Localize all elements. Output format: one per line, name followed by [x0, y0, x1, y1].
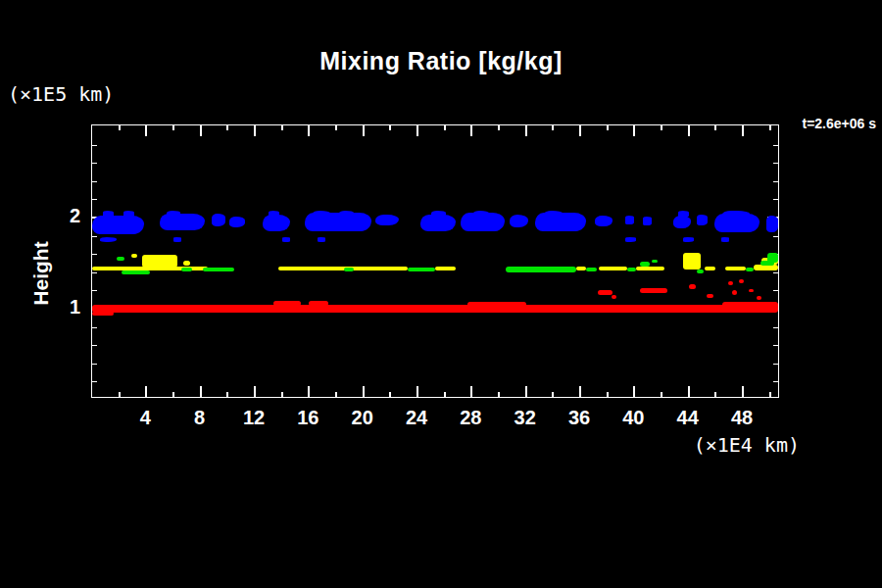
axis-tick	[281, 392, 283, 397]
mid-layer-yellow-blob	[435, 267, 456, 271]
time-annotation: t=2.6e+06 s	[802, 116, 876, 131]
upper-cloud-layer-blob	[123, 211, 134, 218]
upper-cloud-layer-blob	[212, 214, 225, 226]
axis-tick	[92, 181, 97, 182]
axis-tick	[363, 125, 365, 136]
axis-tick	[633, 125, 635, 136]
axis-tick	[773, 327, 778, 328]
lower-layer-red-blob	[92, 305, 778, 313]
axis-tick	[688, 125, 690, 136]
axis-tick	[579, 125, 581, 136]
lower-layer-red-blob	[739, 279, 745, 284]
axis-tick	[92, 290, 97, 291]
mid-layer-green-blob	[697, 270, 704, 274]
axis-tick	[773, 272, 778, 273]
x-tick-label: 12	[232, 407, 275, 429]
mid-layer-yellow-blob	[183, 261, 190, 266]
mid-layer-yellow-blob	[754, 265, 778, 270]
axis-tick	[308, 386, 310, 397]
upper-cloud-layer-blob	[473, 211, 490, 218]
axis-tick	[773, 181, 778, 182]
mid-layer-green-blob	[203, 268, 234, 272]
lower-layer-red-blob	[757, 296, 762, 300]
x-tick-label: 28	[449, 407, 492, 429]
upper-cloud-layer-blob	[318, 237, 325, 242]
upper-cloud-layer-blob	[92, 216, 144, 234]
axis-tick	[607, 392, 609, 397]
axis-tick	[119, 125, 121, 130]
mid-layer-yellow-blob	[725, 267, 746, 271]
axis-tick	[470, 386, 472, 397]
axis-tick	[92, 236, 97, 237]
axis-tick	[254, 386, 256, 397]
axis-tick	[661, 125, 662, 130]
axis-tick	[389, 125, 391, 130]
mid-layer-green-blob	[122, 270, 150, 274]
upper-cloud-layer-blob	[339, 211, 354, 218]
upper-cloud-layer-blob	[722, 211, 750, 218]
axis-tick	[444, 392, 446, 397]
x-tick-label: 24	[395, 407, 438, 429]
axis-tick	[200, 125, 202, 136]
mid-layer-yellow-blob	[599, 267, 627, 271]
mid-layer-yellow-blob	[636, 267, 664, 271]
axis-tick	[714, 125, 716, 130]
upper-cloud-layer-blob	[721, 237, 729, 242]
mid-layer-green-blob	[627, 268, 635, 272]
x-tick-label: 20	[341, 407, 384, 429]
upper-cloud-layer-blob	[263, 215, 290, 231]
upper-cloud-layer-blob	[375, 215, 399, 225]
axis-tick	[92, 163, 97, 164]
lower-layer-red-blob	[598, 290, 612, 295]
axis-tick	[226, 392, 228, 397]
mid-layer-green-blob	[181, 268, 192, 272]
lower-layer-red-blob	[728, 281, 734, 286]
axis-tick	[172, 125, 174, 130]
axis-tick	[607, 125, 609, 130]
axis-tick	[742, 386, 744, 397]
mid-layer-yellow-blob	[683, 253, 701, 270]
upper-cloud-layer-blob	[313, 211, 330, 218]
chart-title: Mixing Ratio [kg/kg]	[0, 47, 882, 75]
lower-layer-red-blob	[640, 288, 667, 294]
upper-cloud-layer-blob	[431, 211, 446, 218]
axis-tick	[389, 392, 391, 397]
axis-tick	[416, 125, 418, 136]
axis-tick	[633, 386, 635, 397]
lower-layer-red-blob	[722, 302, 778, 309]
axis-tick	[363, 386, 365, 397]
upper-cloud-layer-blob	[595, 216, 612, 226]
axis-tick	[92, 381, 97, 382]
axis-tick	[773, 199, 778, 200]
upper-cloud-layer-blob	[683, 237, 694, 242]
upper-cloud-layer-blob	[625, 216, 635, 224]
mid-layer-yellow-blob	[278, 267, 409, 271]
axis-tick	[416, 386, 418, 397]
axis-tick	[769, 125, 771, 130]
axis-tick	[444, 125, 446, 130]
lower-layer-red-blob	[707, 294, 713, 298]
mid-layer-yellow-blob	[705, 267, 715, 271]
axis-tick	[714, 392, 716, 397]
upper-cloud-layer-blob	[167, 211, 180, 218]
axis-tick	[498, 392, 500, 397]
x-axis-unit-label: (×1E4 km)	[604, 433, 800, 457]
lower-layer-red-blob	[273, 301, 301, 306]
axis-tick	[92, 145, 97, 146]
upper-cloud-layer-blob	[678, 211, 689, 218]
x-tick-label: 8	[178, 407, 221, 429]
x-tick-label: 44	[666, 407, 710, 429]
axis-tick	[742, 125, 744, 136]
axis-tick	[226, 125, 228, 130]
mid-layer-green-blob	[344, 268, 354, 272]
lower-layer-red-blob	[309, 301, 327, 306]
upper-cloud-layer-blob	[269, 211, 279, 218]
axis-tick	[688, 386, 690, 397]
y-tick-label: 2	[47, 205, 80, 227]
axis-tick	[470, 125, 472, 136]
mid-layer-yellow-blob	[576, 267, 586, 271]
axis-tick	[119, 392, 121, 397]
lower-layer-red-blob	[689, 284, 696, 289]
mid-layer-yellow-blob	[142, 255, 177, 268]
axis-tick	[200, 386, 202, 397]
